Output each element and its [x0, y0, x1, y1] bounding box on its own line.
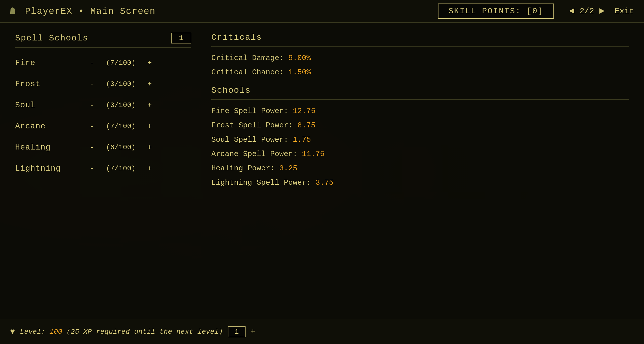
nav-next-button[interactable]: ► — [599, 6, 605, 16]
header: ☗ PlayerEX • Main Screen SKILL POINTS: [… — [0, 0, 644, 23]
footer: ♥ Level: 100 (25 XP required until the n… — [0, 319, 644, 344]
spell-name-arcane: Arcane — [15, 122, 86, 131]
skill-points-display: SKILL POINTS: [0] — [438, 4, 554, 19]
spell-minus-arcane[interactable]: - — [86, 122, 98, 130]
frost-spell-power-label: Frost Spell Power: — [211, 121, 297, 130]
fire-spell-power-label: Fire Spell Power: — [211, 107, 293, 115]
footer-level-text: Level: 100 (25 XP required until the nex… — [20, 328, 223, 336]
arcane-spell-power-value: 11.75 — [302, 150, 325, 158]
arcane-spell-power-label: Arcane Spell Power: — [211, 150, 302, 158]
lightning-spell-power-label: Lightning Spell Power: — [211, 178, 315, 187]
content-area: Spell Schools Fire - (7/100) + Frost - (… — [0, 23, 644, 319]
exit-button[interactable]: Exit — [615, 7, 634, 16]
spell-row-fire: Fire - (7/100) + — [15, 55, 191, 70]
level-label: Level: — [20, 328, 50, 336]
header-title: ☗ PlayerEX • Main Screen — [10, 6, 438, 17]
schools-divider — [211, 99, 629, 100]
soul-spell-power-value: 1.75 — [293, 135, 311, 144]
spell-minus-healing[interactable]: - — [86, 143, 98, 151]
spell-plus-arcane[interactable]: + — [143, 122, 156, 130]
level-value: 100 — [50, 328, 62, 336]
critical-damage-line: Critical Damage: 9.00% — [211, 53, 629, 64]
spell-name-fire: Fire — [15, 58, 86, 68]
spell-row-healing: Healing - (6/100) + — [15, 140, 191, 155]
spell-minus-fire[interactable]: - — [86, 59, 98, 67]
spell-plus-lightning[interactable]: + — [143, 165, 156, 172]
footer-input[interactable] — [228, 326, 246, 337]
spell-value-soul: (3/100) — [98, 101, 143, 109]
spell-name-soul: Soul — [15, 101, 86, 110]
spell-value-healing: (6/100) — [98, 143, 143, 151]
spell-name-lightning: Lightning — [15, 164, 86, 173]
right-panel: Criticals Critical Damage: 9.00% Critica… — [211, 33, 629, 309]
nav-page-indicator: 2/2 — [580, 7, 594, 16]
main-container: ☗ PlayerEX • Main Screen SKILL POINTS: [… — [0, 0, 644, 344]
nav-prev-button[interactable]: ◄ — [569, 6, 575, 16]
left-panel: Spell Schools Fire - (7/100) + Frost - (… — [15, 33, 191, 309]
spell-row-lightning: Lightning - (7/100) + — [15, 161, 191, 176]
spell-plus-fire[interactable]: + — [143, 59, 156, 67]
criticals-title: Criticals — [211, 33, 629, 42]
spell-minus-frost[interactable]: - — [86, 80, 98, 88]
spell-schools-header: Spell Schools — [15, 33, 191, 43]
xp-text: (25 XP required until the next level) — [66, 328, 223, 336]
spell-value-lightning: (7/100) — [98, 165, 143, 172]
healing-power-line: Healing Power: 3.25 — [211, 163, 629, 174]
criticals-divider — [211, 46, 629, 46]
spell-name-healing: Healing — [15, 143, 86, 152]
spell-schools-input[interactable] — [171, 33, 191, 43]
frost-spell-power-value: 8.75 — [297, 121, 315, 130]
soul-spell-power-line: Soul Spell Power: 1.75 — [211, 134, 629, 145]
spell-plus-frost[interactable]: + — [143, 80, 156, 88]
schools-title: Schools — [211, 86, 629, 95]
critical-damage-label: Critical Damage: — [211, 54, 288, 62]
spell-name-frost: Frost — [15, 79, 86, 89]
spell-plus-healing[interactable]: + — [143, 143, 156, 151]
spell-value-fire: (7/100) — [98, 59, 143, 67]
critical-damage-value: 9.00% — [288, 54, 311, 62]
lightning-spell-power-line: Lightning Spell Power: 3.75 — [211, 177, 629, 188]
heart-icon: ♥ — [10, 327, 15, 336]
healing-power-label: Healing Power: — [211, 164, 279, 173]
spell-row-soul: Soul - (3/100) + — [15, 97, 191, 113]
spell-value-frost: (3/100) — [98, 80, 143, 88]
spell-plus-soul[interactable]: + — [143, 101, 156, 109]
critical-chance-label: Critical Chance: — [211, 68, 288, 77]
header-nav: ◄ 2/2 ► Exit — [569, 6, 634, 16]
critical-chance-value: 1.50% — [288, 68, 311, 77]
spell-schools-title: Spell Schools — [15, 33, 88, 43]
lightning-spell-power-value: 3.75 — [315, 178, 334, 187]
healing-power-value: 3.25 — [279, 164, 297, 173]
spell-minus-lightning[interactable]: - — [86, 165, 98, 172]
footer-plus-button[interactable]: + — [251, 327, 255, 336]
frost-spell-power-line: Frost Spell Power: 8.75 — [211, 120, 629, 131]
spell-minus-soul[interactable]: - — [86, 101, 98, 109]
spell-value-arcane: (7/100) — [98, 122, 143, 130]
fire-spell-power-line: Fire Spell Power: 12.75 — [211, 106, 629, 117]
playerex-icon: ☗ — [10, 6, 16, 17]
arcane-spell-power-line: Arcane Spell Power: 11.75 — [211, 149, 629, 160]
fire-spell-power-value: 12.75 — [293, 107, 315, 115]
spell-row-arcane: Arcane - (7/100) + — [15, 119, 191, 134]
soul-spell-power-label: Soul Spell Power: — [211, 135, 293, 144]
spell-row-frost: Frost - (3/100) + — [15, 76, 191, 91]
spell-schools-divider — [15, 47, 191, 48]
critical-chance-line: Critical Chance: 1.50% — [211, 67, 629, 78]
